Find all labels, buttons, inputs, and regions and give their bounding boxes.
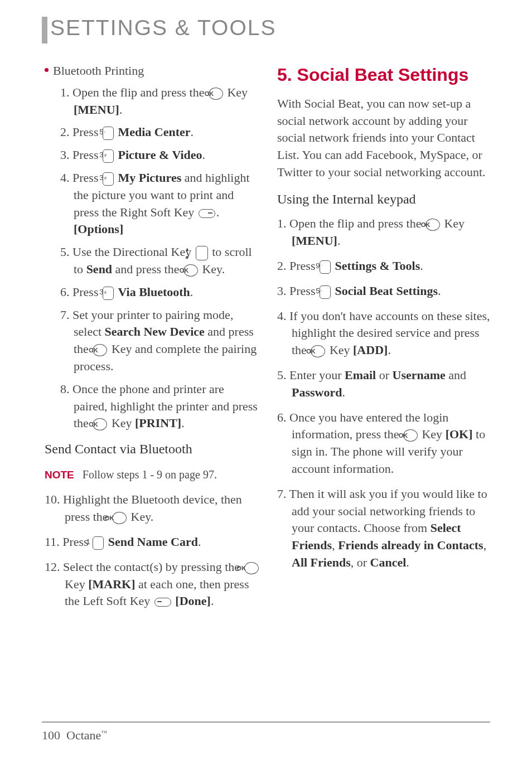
bullet-dot-icon (45, 68, 49, 72)
step-item: 1. Open the flip and press the OK Key [M… (60, 84, 260, 119)
footer-divider (42, 722, 490, 723)
step-number: 1. (277, 216, 289, 230)
step-number: 4. (60, 171, 72, 185)
ok-key-icon: OK (209, 88, 223, 100)
page-number: 100 (42, 728, 60, 742)
step-item: 5. Enter your Email or Username and Pass… (277, 367, 493, 401)
left-column: Bluetooth Printing 1. Open the flip and … (39, 62, 260, 618)
step-item: 4. Press 3# My Pictures and highlight th… (60, 170, 260, 238)
step-item: 8. Once the phone and printer are paired… (60, 381, 260, 432)
ok-key-icon: OK (311, 345, 325, 357)
keypad-3-icon: 3# (103, 149, 114, 163)
ok-key-icon: OK (403, 429, 418, 442)
step-item: 6. Press 3# Via Bluetooth. (60, 284, 260, 301)
bullet-title: Bluetooth Printing (53, 62, 144, 80)
step-number: 4. (277, 309, 289, 323)
directional-key-icon (196, 246, 208, 260)
subheading-keypad: Using the Internal keypad (277, 190, 493, 209)
step-number: 7. (277, 487, 289, 501)
step-item: 10. Highlight the Bluetooth device, then… (45, 491, 260, 526)
step-item: 5. Use the Directional Key to scroll to … (60, 244, 260, 278)
note-label: NOTE (45, 469, 74, 481)
right-steps-list: 1. Open the flip and press the OK Key [M… (277, 215, 493, 571)
step-number: 3. (277, 284, 289, 298)
step-item: 11. Press 1 Send Name Card. (45, 534, 260, 551)
step-number: 10. (45, 492, 63, 506)
keypad-9-icon: 9‘ (320, 260, 331, 274)
ok-key-icon: OK (93, 418, 107, 430)
step-number: 2. (277, 259, 289, 273)
step-number: 12. (45, 560, 63, 574)
step-item: 7. Set your printer to pairing mode, sel… (60, 307, 260, 375)
keypad-3-icon: 3# (103, 287, 114, 300)
keypad-5-icon: 5ˢ (103, 127, 114, 140)
ok-key-icon: OK (112, 512, 127, 524)
note-text: Follow steps 1 - 9 on page 97. (83, 468, 217, 481)
trademark-icon: ™ (101, 729, 107, 736)
ok-key-icon: OK (425, 219, 440, 231)
step-number: 7. (60, 308, 72, 322)
step-number: 5. (277, 368, 289, 382)
soft-key-icon (199, 209, 215, 218)
section-heading-social-beat: 5. Social Beat Settings (277, 62, 493, 88)
soft-key-left-icon (154, 598, 171, 607)
keypad-3-icon: 3# (103, 172, 114, 186)
keypad-1-icon: 1 (93, 536, 104, 550)
page-title: SETTINGS & TOOLS (50, 16, 493, 40)
keypad-5-icon: 5ˢ (320, 285, 331, 299)
step-number: 2. (60, 125, 72, 139)
step-number: 6. (60, 285, 72, 299)
footer: 100 Octane™ (42, 728, 107, 743)
model-name: Octane (66, 728, 101, 742)
step-number: 6. (277, 410, 289, 424)
step-number: 11. (45, 535, 62, 549)
ok-key-icon: OK (244, 562, 259, 574)
content-columns: Bluetooth Printing 1. Open the flip and … (39, 62, 493, 618)
ok-key-icon: OK (93, 344, 107, 356)
step-number: 3. (60, 148, 72, 162)
left-steps2-list: 10. Highlight the Bluetooth device, then… (45, 491, 260, 610)
step-number: 5. (60, 245, 72, 259)
step-item: 4. If you don't have accounts on these s… (277, 308, 493, 359)
step-item: 7. Then it will ask you if you would lik… (277, 486, 493, 572)
step-number: 8. (60, 382, 72, 396)
step-item: 3. Press 5ˢ Social Beat Settings. (277, 283, 493, 300)
step-item: 3. Press 3# Picture & Video. (60, 147, 260, 164)
ok-key-icon: OK (183, 264, 198, 277)
bullet-bluetooth-printing: Bluetooth Printing (45, 62, 260, 80)
header-accent-bar (42, 17, 47, 43)
left-steps-list: 1. Open the flip and press the OK Key [M… (45, 84, 260, 432)
step-item: 2. Press 5ˢ Media Center. (60, 124, 260, 141)
right-column: 5. Social Beat Settings With Social Beat… (277, 62, 493, 618)
step-number: 1. (60, 85, 72, 99)
step-item: 12. Select the contact(s) by pressing th… (45, 559, 260, 610)
subhead-send-contact: Send Contact via Bluetooth (45, 440, 260, 459)
note-row: NOTE Follow steps 1 - 9 on page 97. (45, 467, 260, 483)
step-item: 6. Once you have entered the login infor… (277, 409, 493, 478)
step-item: 1. Open the flip and press the OK Key [M… (277, 215, 493, 250)
step-item: 2. Press 9‘ Settings & Tools. (277, 258, 493, 275)
intro-paragraph: With Social Beat, you can now set-up a s… (277, 95, 493, 181)
